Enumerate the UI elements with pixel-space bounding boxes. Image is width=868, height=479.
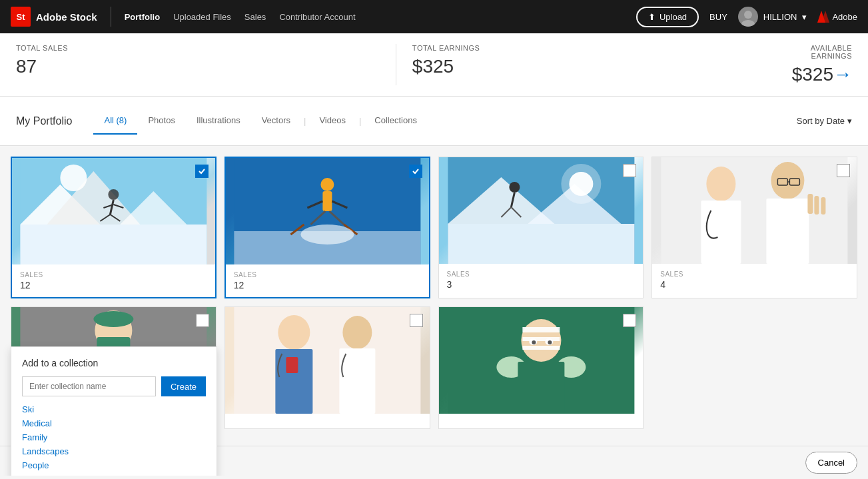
- item-image-2: [226, 158, 429, 264]
- svg-rect-44: [821, 197, 826, 215]
- svg-point-74: [548, 340, 552, 344]
- svg-point-18: [320, 178, 334, 191]
- tab-separator-2: |: [359, 116, 361, 126]
- item-checkbox-2[interactable]: [409, 165, 422, 178]
- available-earnings-stat: AVAILABLE EARNINGS $325→: [776, 44, 852, 85]
- grid-item-4[interactable]: SALES 4: [651, 157, 857, 298]
- earnings-arrow[interactable]: →: [833, 64, 852, 85]
- available-earnings-label: AVAILABLE EARNINGS: [792, 44, 852, 60]
- item-checkbox-1[interactable]: [195, 165, 209, 178]
- collection-item-family[interactable]: Family: [22, 432, 206, 442]
- tab-videos[interactable]: Videos: [308, 107, 356, 135]
- item-checkbox-7[interactable]: [623, 314, 636, 327]
- svg-rect-28: [448, 224, 634, 264]
- collection-item-graphics[interactable]: Graphics: [22, 474, 206, 476]
- collection-name-input[interactable]: [22, 376, 156, 396]
- upload-label: Upload: [659, 12, 687, 22]
- svg-rect-41: [767, 199, 809, 264]
- svg-point-73: [532, 340, 536, 344]
- portfolio-section: My Portfolio All (8) Photos Illustration…: [0, 97, 868, 146]
- header-divider: [111, 7, 111, 27]
- user-avatar: [738, 7, 758, 27]
- chevron-down-icon: ▾: [802, 12, 807, 22]
- collection-dropdown-title: Add to a collection: [22, 358, 206, 368]
- item-info-4: SALES 4: [652, 264, 857, 296]
- svg-point-38: [707, 167, 736, 201]
- svg-point-61: [342, 316, 372, 349]
- adobe-logo: Adobe: [817, 11, 857, 23]
- item-checkbox-3[interactable]: [623, 164, 636, 177]
- user-menu[interactable]: HILLION ▾: [738, 7, 807, 27]
- svg-rect-67: [522, 346, 560, 350]
- nav-contributor-account[interactable]: Contributor Account: [279, 9, 355, 25]
- collection-item-people[interactable]: People: [22, 460, 206, 470]
- nav-uploaded-files[interactable]: Uploaded Files: [173, 9, 231, 25]
- collection-input-row: Create: [22, 376, 206, 396]
- nav-sales[interactable]: Sales: [244, 9, 266, 25]
- main-nav: Portfolio Uploaded Files Sales Contribut…: [125, 9, 356, 25]
- available-earnings-value: $325→: [792, 64, 852, 85]
- svg-rect-19: [322, 191, 332, 211]
- item-checkbox-5[interactable]: [196, 314, 209, 327]
- app-header: St Adobe Stock Portfolio Uploaded Files …: [0, 0, 868, 33]
- adobe-label: Adobe: [832, 12, 857, 22]
- total-sales-value: 87: [16, 56, 380, 77]
- item-image-6: [225, 307, 430, 414]
- nav-portfolio[interactable]: Portfolio: [125, 9, 160, 25]
- logo-badge: St: [11, 7, 31, 27]
- svg-rect-5: [20, 225, 207, 264]
- svg-point-33: [509, 182, 520, 193]
- sort-label: Sort by Date: [797, 116, 845, 126]
- portfolio-tabs: All (8) Photos Illustrations Vectors | V…: [93, 107, 427, 135]
- item-sales-label-1: SALES: [20, 271, 207, 278]
- svg-point-0: [744, 11, 752, 19]
- upload-button[interactable]: ⬆ Upload: [636, 7, 699, 27]
- grid-item-2[interactable]: SALES 12: [224, 157, 430, 298]
- item-image-7: [439, 307, 644, 414]
- item-info-7: [439, 414, 644, 428]
- svg-point-58: [278, 315, 310, 350]
- sort-control[interactable]: Sort by Date ▾: [797, 116, 852, 126]
- item-sales-value-1: 12: [20, 280, 207, 290]
- grid-item-6[interactable]: [224, 306, 430, 429]
- portfolio-grid: SALES 12: [0, 146, 868, 476]
- tab-photos[interactable]: Photos: [137, 107, 185, 135]
- collection-item-ski[interactable]: Ski: [22, 404, 206, 414]
- create-collection-button[interactable]: Create: [161, 376, 206, 396]
- item-sales-label-3: SALES: [447, 270, 636, 278]
- tab-vectors[interactable]: Vectors: [251, 107, 301, 135]
- svg-rect-66: [522, 337, 560, 341]
- item-image-3: [439, 157, 644, 264]
- collection-item-landscapes[interactable]: Landscapes: [22, 446, 206, 456]
- total-earnings-label: TOTAL EARNINGS: [412, 44, 776, 52]
- total-sales-label: TOTAL SALES: [16, 44, 380, 52]
- svg-rect-57: [234, 307, 420, 414]
- tab-all[interactable]: All (8): [93, 107, 137, 135]
- cancel-button[interactable]: Cancel: [805, 452, 857, 474]
- svg-point-9: [60, 165, 87, 191]
- svg-point-26: [300, 225, 354, 244]
- item-image-4: [652, 157, 857, 264]
- chevron-down-icon: ▾: [847, 116, 852, 126]
- svg-point-1: [741, 20, 755, 27]
- grid-item-1[interactable]: SALES 12: [11, 157, 217, 298]
- svg-rect-60: [286, 357, 298, 373]
- collection-item-medical[interactable]: Medical: [22, 418, 206, 428]
- svg-point-32: [561, 164, 601, 204]
- svg-point-10: [108, 189, 119, 200]
- grid-item-3[interactable]: SALES 3: [438, 157, 644, 298]
- item-info-6: [225, 414, 430, 428]
- tab-separator: |: [304, 116, 306, 126]
- stats-bar: TOTAL SALES 87 TOTAL EARNINGS $325 AVAIL…: [0, 33, 868, 97]
- item-checkbox-4[interactable]: [837, 164, 850, 177]
- buy-button[interactable]: BUY: [709, 12, 727, 22]
- portfolio-header: My Portfolio All (8) Photos Illustration…: [0, 97, 868, 146]
- upload-icon: ⬆: [648, 12, 655, 22]
- tab-illustrations[interactable]: Illustrations: [186, 107, 251, 135]
- total-earnings-value: $325: [412, 56, 776, 77]
- svg-rect-37: [661, 157, 848, 264]
- svg-point-51: [93, 311, 133, 327]
- item-checkbox-6[interactable]: [410, 314, 423, 327]
- grid-item-7[interactable]: [438, 306, 644, 429]
- tab-collections[interactable]: Collections: [364, 107, 428, 135]
